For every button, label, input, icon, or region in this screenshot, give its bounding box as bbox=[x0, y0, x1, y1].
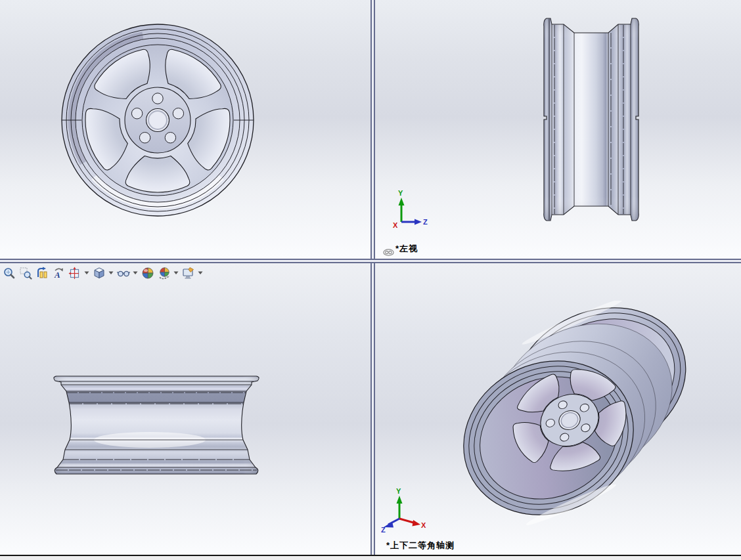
apply-scene-dropdown[interactable] bbox=[173, 266, 179, 281]
chevron-down-icon bbox=[198, 271, 203, 275]
chevron-down-icon bbox=[173, 271, 179, 275]
section-view-dropdown[interactable] bbox=[83, 266, 90, 281]
apply-scene-button[interactable] bbox=[156, 266, 171, 281]
chevron-down-icon bbox=[108, 271, 114, 275]
heads-up-view-toolbar: A bbox=[1, 265, 204, 282]
previous-view-icon bbox=[35, 267, 49, 280]
rotate-view-button[interactable]: A bbox=[51, 266, 66, 281]
section-view-icon bbox=[68, 267, 81, 280]
viewport-dimetric[interactable] bbox=[375, 263, 741, 555]
vertical-splitter[interactable] bbox=[370, 0, 375, 555]
zoom-to-area-button[interactable] bbox=[18, 266, 33, 281]
scene-ball-icon bbox=[158, 267, 171, 280]
view-settings-button[interactable] bbox=[181, 266, 196, 281]
zoom-to-fit-button[interactable] bbox=[1, 266, 16, 281]
wheel-side-view-model[interactable] bbox=[51, 372, 261, 480]
view-link-icon bbox=[383, 247, 394, 259]
viewport-front[interactable] bbox=[0, 0, 370, 259]
wheel-dimetric-view-model[interactable] bbox=[457, 301, 693, 529]
triad-y-label: Y bbox=[396, 487, 401, 495]
view-settings-dropdown[interactable] bbox=[197, 266, 204, 281]
chevron-down-icon bbox=[133, 271, 138, 275]
hide-show-items-button[interactable] bbox=[116, 266, 131, 281]
orientation-triad-left-view: Y Z X bbox=[384, 189, 429, 232]
triad-z-label: Z bbox=[423, 218, 428, 226]
edit-appearance-button[interactable] bbox=[140, 266, 155, 281]
orientation-triad-dimetric-view: Y X Z bbox=[380, 487, 427, 536]
cad-four-viewport-window: A bbox=[0, 0, 741, 560]
rotate-view-icon: A bbox=[52, 267, 65, 280]
view-settings-icon bbox=[182, 267, 195, 280]
triad-z-label: Z bbox=[381, 526, 386, 533]
wheel-front-view-model[interactable] bbox=[56, 16, 259, 226]
glasses-icon bbox=[117, 267, 130, 280]
section-view-button[interactable] bbox=[67, 266, 82, 281]
horizontal-splitter[interactable] bbox=[0, 259, 741, 263]
svg-text:A: A bbox=[54, 270, 60, 280]
view-orientation-cube-icon bbox=[93, 267, 106, 280]
chevron-down-icon bbox=[84, 271, 89, 275]
view-orientation-dropdown[interactable] bbox=[108, 266, 114, 281]
view-label-left: *左视 bbox=[395, 243, 418, 255]
zoom-to-fit-icon bbox=[3, 267, 16, 280]
viewport-side[interactable]: A bbox=[0, 263, 370, 555]
triad-y-label: Y bbox=[398, 189, 403, 197]
viewport-left[interactable] bbox=[375, 0, 741, 259]
hide-show-items-dropdown[interactable] bbox=[132, 266, 139, 281]
wheel-left-view-model[interactable] bbox=[540, 14, 645, 225]
triad-x-label: X bbox=[421, 521, 426, 529]
view-orientation-button[interactable] bbox=[91, 266, 106, 281]
triad-x-label: X bbox=[393, 221, 398, 229]
previous-view-button[interactable] bbox=[34, 266, 49, 281]
appearance-ball-icon bbox=[141, 267, 154, 280]
window-bottom-edge bbox=[0, 555, 741, 560]
view-label-dimetric: *上下二等角轴测 bbox=[386, 540, 455, 551]
zoom-to-area-icon bbox=[19, 267, 32, 280]
